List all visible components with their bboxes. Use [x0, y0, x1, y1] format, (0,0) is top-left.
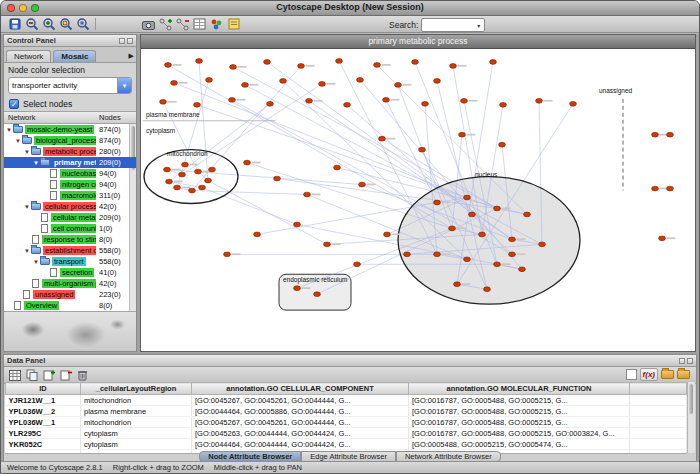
new-network-icon[interactable]	[157, 17, 174, 32]
panel-float-icon[interactable]	[119, 38, 125, 44]
tree-row[interactable]: ▼primary metab...209(0)	[4, 157, 136, 168]
tree-row[interactable]: ▼metabolic process280(0)	[4, 146, 136, 157]
tree-row[interactable]: ▼mosaic-demo-yeast874(0)	[4, 124, 136, 135]
panel-close-icon[interactable]	[127, 38, 133, 44]
tree-row[interactable]: multi-organism pro...42(0)	[4, 278, 136, 289]
matrix-icon[interactable]	[626, 369, 637, 380]
tree-row[interactable]: cell communica...1(0)	[4, 223, 136, 234]
network-graph[interactable]: plasma membranecytoplasmmitochondrionnuc…	[141, 49, 695, 351]
table-cell: [GO:0016787, GO:0005488, GO:0005215, G..…	[409, 395, 630, 406]
panel-close-icon[interactable]	[687, 358, 693, 364]
scrollbar-thumb[interactable]	[689, 384, 693, 414]
annotation-icon[interactable]	[225, 17, 242, 32]
formula-builder-icon[interactable]: f(x)	[640, 368, 658, 381]
tree-node-label: metabolic process	[43, 147, 96, 156]
tree-node-count: 94(0)	[99, 169, 136, 178]
save-icon[interactable]	[6, 17, 23, 32]
panel-float-icon[interactable]	[679, 358, 685, 364]
network-canvas[interactable]: plasma membranecytoplasmmitochondrionnuc…	[141, 49, 695, 351]
search-input[interactable]: ▾	[421, 18, 485, 32]
snapshot-icon[interactable]	[140, 17, 157, 32]
tree-row[interactable]: response to stimul...8(0)	[4, 234, 136, 245]
main-toolbar: Search: ▾	[1, 16, 699, 33]
tree-expand-icon[interactable]: ▼	[23, 149, 31, 155]
tree-expand-icon[interactable]: ▼	[32, 160, 40, 166]
tree-row[interactable]: secretion41(0)	[4, 267, 136, 278]
vizmapper-icon[interactable]	[208, 17, 225, 32]
table-row[interactable]: YPL036W__1mitochondrion[GO:0045267, GO:0…	[6, 417, 687, 428]
tree-row[interactable]: ▼establishment of lo...558(0)	[4, 245, 136, 256]
folder-icon	[40, 258, 50, 265]
tree-row[interactable]: ▼cellular process42(0)	[4, 201, 136, 212]
table-cell: plasma membrane	[81, 406, 192, 417]
network-overview-thumbnail[interactable]	[4, 311, 136, 351]
tree-row[interactable]: ▼biological_process874(0)	[4, 135, 136, 146]
tree-row[interactable]: nucleobase...94(0)	[4, 168, 136, 179]
import-table-icon[interactable]	[191, 17, 208, 32]
folder-icon	[40, 159, 50, 166]
search-text-field[interactable]	[422, 20, 474, 30]
attribute-table-wrap: ID_cellularLayoutRegionannotation.GO CEL…	[5, 382, 687, 454]
tree-node-count: 209(0)	[99, 158, 136, 167]
tree-row[interactable]: macromolecule...311(0)	[4, 190, 136, 201]
status-hint-zoom: Right-click + drag to ZOOM	[113, 463, 204, 472]
network-column-label[interactable]: Network	[8, 113, 36, 122]
tree-node-count: 874(0)	[99, 125, 136, 134]
tree-row[interactable]: unassigned223(0)	[4, 289, 136, 300]
network-view-frame: primary metabolic process plasma membran…	[140, 34, 696, 352]
import-attributes-icon[interactable]	[661, 370, 674, 379]
column-header[interactable]: annotation.GO CELLULAR_COMPONENT	[192, 383, 409, 395]
table-cell: YPL036W__1	[6, 417, 81, 428]
attribute-new-icon[interactable]	[41, 369, 56, 382]
tab-mosaic[interactable]: Mosaic	[53, 50, 96, 62]
tree-expand-icon[interactable]: ▼	[23, 204, 31, 210]
table-row[interactable]: YJR121W__1mitochondrion[GO:0045267, GO:0…	[6, 395, 687, 406]
column-header[interactable]: annotation.GO MOLECULAR_FUNCTION	[409, 383, 630, 395]
tree-row[interactable]: Overview8(0)	[4, 300, 136, 311]
chevron-down-icon[interactable]: ▼	[117, 78, 131, 93]
node-color-select[interactable]: transporter activity ▼	[8, 77, 132, 94]
zoom-out-icon[interactable]	[23, 17, 40, 32]
tree-node-label: response to stimul...	[42, 235, 96, 244]
table-row[interactable]: YLR295Ccytoplasm[GO:0045263, GO:0044444,…	[6, 428, 687, 439]
network-view-title[interactable]: primary metabolic process	[141, 35, 695, 49]
tab-network[interactable]: Network	[6, 50, 51, 62]
attribute-copy-icon[interactable]	[24, 369, 39, 382]
tree-node-label: transport	[52, 257, 86, 266]
table-row[interactable]: YPL036W__2plasma membrane[GO:0044464, GO…	[6, 406, 687, 417]
table-scrollbar[interactable]	[687, 382, 695, 453]
tree-expand-icon[interactable]: ▼	[32, 259, 40, 265]
status-welcome: Welcome to Cytoscape 2.8.1	[7, 463, 103, 472]
destroy-network-icon[interactable]	[174, 17, 191, 32]
zoom-in-icon[interactable]	[40, 17, 57, 32]
svg-text:nucleus: nucleus	[475, 171, 497, 178]
tree-row[interactable]: nitrogen compo...94(0)	[4, 179, 136, 190]
tree-expand-icon[interactable]: ▼	[14, 138, 22, 144]
open-attributes-icon[interactable]	[677, 370, 690, 379]
column-header[interactable]: _cellularLayoutRegion	[81, 383, 192, 395]
tree-row[interactable]: ▼transport558(0)	[4, 256, 136, 267]
attribute-select-icon[interactable]	[7, 369, 22, 382]
tree-expand-icon[interactable]: ▼	[23, 248, 31, 254]
column-header[interactable]: ID	[6, 383, 81, 395]
toolbar-network-group	[140, 17, 242, 32]
zoom-selected-icon[interactable]	[74, 17, 91, 32]
tab-scroll-right-icon[interactable]: ▶	[129, 52, 134, 60]
window-title: Cytoscape Desktop (New Session)	[1, 2, 699, 12]
tree-row[interactable]: cellular metabo...209(0)	[4, 212, 136, 223]
select-nodes-checkbox[interactable]: ✓	[9, 99, 19, 109]
tree-node-count: 1(0)	[99, 224, 136, 233]
folder-icon	[13, 126, 23, 133]
tree-node-label: nucleobase...	[60, 169, 96, 178]
attribute-delete-icon[interactable]	[58, 369, 73, 382]
file-icon	[14, 301, 21, 310]
nodes-column-label[interactable]: Nodes	[99, 113, 121, 122]
tree-node-count: 8(0)	[99, 301, 136, 310]
table-cell-filler	[630, 439, 687, 450]
window-titlebar[interactable]: Cytoscape Desktop (New Session)	[1, 1, 699, 16]
trash-icon[interactable]	[75, 369, 90, 382]
table-row[interactable]: YKR052Ccytoplasm[GO:0044464, GO:0044444,…	[6, 439, 687, 450]
tree-expand-icon[interactable]: ▼	[5, 127, 13, 133]
search-dropdown-icon[interactable]: ▾	[474, 22, 483, 29]
zoom-fit-icon[interactable]	[57, 17, 74, 32]
